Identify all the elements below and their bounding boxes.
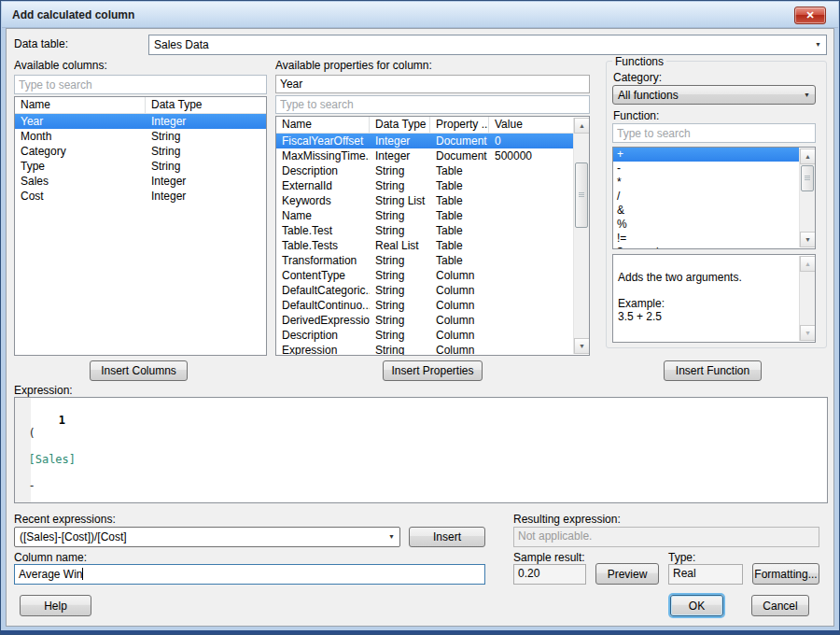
text-caret xyxy=(82,568,83,580)
function-list-scrollbar[interactable]: ▲ ▼ xyxy=(799,148,815,247)
properties-header-type[interactable]: Data Type xyxy=(370,117,430,133)
function-item[interactable]: $csearch xyxy=(613,246,799,248)
chevron-down-icon: ▼ xyxy=(804,91,810,97)
expression-code-line[interactable]: 1 ( [Sales] - [Cost] ) / [Cost] xyxy=(15,401,825,503)
property-row[interactable]: DefaultContinuo... String Column xyxy=(276,298,573,313)
help-button[interactable]: Help xyxy=(20,595,91,616)
property-row[interactable]: Description String Column xyxy=(276,328,573,343)
property-row[interactable]: Table.Tests Real List Table xyxy=(276,238,573,253)
column-row[interactable]: Month String xyxy=(15,129,266,144)
properties-scrollbar[interactable]: ▲ ▼ xyxy=(573,118,589,354)
expression-token: ( xyxy=(28,427,35,440)
close-button[interactable]: ✕ xyxy=(794,7,826,24)
preview-button[interactable]: Preview xyxy=(595,563,659,585)
columns-header-name[interactable]: Name xyxy=(15,97,146,113)
property-row[interactable]: FiscalYearOffset Integer Document 0 xyxy=(276,134,573,148)
scroll-down-icon[interactable]: ▼ xyxy=(574,338,590,354)
recent-expression-value: ([Sales]-[Cost])/[Cost] xyxy=(20,530,127,543)
column-name-label: Column name: xyxy=(14,551,87,564)
available-columns-label: Available columns: xyxy=(14,59,107,72)
insert-function-button[interactable]: Insert Function xyxy=(664,360,762,381)
column-row[interactable]: Category String xyxy=(15,144,266,159)
column-row[interactable]: Year Integer xyxy=(15,114,266,129)
property-row[interactable]: MaxMissingTime... Integer Document 50000… xyxy=(276,148,573,163)
column-name-input[interactable]: Average Win xyxy=(14,564,485,585)
functions-group-label: Functions xyxy=(612,55,666,68)
columns-list-header[interactable]: Name Data Type xyxy=(15,97,266,114)
properties-table-header[interactable]: Name Data Type Property ... Value xyxy=(276,117,573,134)
scroll-down-icon[interactable]: ▼ xyxy=(800,232,816,247)
function-description: Adds the two arguments. Example: 3.5 + 2… xyxy=(612,254,816,343)
available-properties-label: Available properties for column: xyxy=(275,59,432,72)
expression-label: Expression: xyxy=(14,384,73,397)
ok-button[interactable]: OK xyxy=(670,595,723,616)
function-item[interactable]: - xyxy=(613,162,799,176)
line-number: 1 xyxy=(55,414,68,427)
window-frame-bottom xyxy=(1,630,839,634)
function-list[interactable]: + - * / & % != $csearch ▲ ▼ xyxy=(612,147,816,249)
property-row[interactable]: DerivedExpression String Column xyxy=(276,313,573,328)
close-icon: ✕ xyxy=(805,9,814,21)
function-search-input[interactable] xyxy=(612,123,816,143)
scroll-up-icon[interactable]: ▲ xyxy=(800,148,816,164)
property-row[interactable]: DefaultCategoric... String Column xyxy=(276,283,573,298)
add-calculated-column-dialog: Add calculated column ✕ Data table: Sale… xyxy=(0,0,840,635)
properties-header-value[interactable]: Value xyxy=(489,117,573,133)
property-row[interactable]: Description String Table xyxy=(276,163,573,178)
property-row[interactable]: Name String Table xyxy=(276,208,573,223)
type-label: Type: xyxy=(668,551,695,564)
sample-result-label: Sample result: xyxy=(513,551,585,564)
window-title: Add calculated column xyxy=(12,8,134,21)
category-combobox[interactable]: All functions ▼ xyxy=(612,85,816,105)
data-table-combobox[interactable]: Sales Data ▼ xyxy=(148,35,827,55)
function-item[interactable]: % xyxy=(613,218,799,232)
properties-search-input[interactable] xyxy=(275,95,590,114)
properties-header-name[interactable]: Name xyxy=(276,117,370,133)
insert-columns-button[interactable]: Insert Columns xyxy=(90,360,188,381)
formatting-button[interactable]: Formatting... xyxy=(752,563,819,585)
cancel-button[interactable]: Cancel xyxy=(751,595,809,616)
scroll-up-icon[interactable]: ▲ xyxy=(574,118,590,134)
data-table-value: Sales Data xyxy=(154,38,209,51)
function-item[interactable]: + xyxy=(613,148,799,162)
scroll-down-icon[interactable]: ▼ xyxy=(800,325,816,341)
columns-list[interactable]: Name Data Type Year Integer Month String… xyxy=(14,96,267,356)
function-label: Function: xyxy=(613,109,659,122)
columns-header-type[interactable]: Data Type xyxy=(146,97,266,113)
property-row[interactable]: ExternalId String Table xyxy=(276,178,573,193)
columns-search-input[interactable] xyxy=(14,75,267,94)
category-value: All functions xyxy=(618,89,679,102)
data-table-label: Data table: xyxy=(14,37,68,50)
expression-editor[interactable]: 1 ( [Sales] - [Cost] ) / [Cost] xyxy=(14,397,828,503)
property-row[interactable]: Table.Test String Table xyxy=(276,223,573,238)
property-row[interactable]: ContentType String Column xyxy=(276,268,573,283)
title-bar[interactable]: Add calculated column ✕ xyxy=(2,2,838,28)
expression-token: [Sales] xyxy=(28,453,76,466)
recent-expressions-combobox[interactable]: ([Sales]-[Cost])/[Cost] ▼ xyxy=(14,527,400,547)
recent-expressions-label: Recent expressions: xyxy=(14,513,116,526)
description-scrollbar[interactable]: ▲ ▼ xyxy=(799,256,815,341)
column-row[interactable]: Cost Integer xyxy=(15,189,266,204)
function-item[interactable]: * xyxy=(613,176,799,190)
scroll-up-icon[interactable]: ▲ xyxy=(800,256,816,272)
property-row[interactable]: Expression String Column xyxy=(276,343,573,355)
chevron-down-icon: ▼ xyxy=(388,533,395,540)
expression-token: - xyxy=(28,479,35,492)
property-row[interactable]: Keywords String List Table xyxy=(276,193,573,208)
properties-header-category[interactable]: Property ... xyxy=(430,117,489,133)
column-row[interactable]: Sales Integer xyxy=(15,174,266,189)
function-item[interactable]: & xyxy=(613,204,799,218)
properties-scrollbar-thumb[interactable] xyxy=(575,162,588,228)
function-item[interactable]: != xyxy=(613,232,799,246)
resulting-expression-box: Not applicable. xyxy=(513,527,819,547)
insert-expression-button[interactable]: Insert xyxy=(409,527,485,547)
property-row[interactable]: Transformation String Table xyxy=(276,253,573,268)
function-scrollbar-thumb[interactable] xyxy=(801,165,814,191)
properties-column-box: Year xyxy=(275,75,590,93)
properties-table[interactable]: Name Data Type Property ... Value Fiscal… xyxy=(275,116,590,356)
insert-properties-button[interactable]: Insert Properties xyxy=(383,360,483,381)
column-row[interactable]: Type String xyxy=(15,159,266,174)
chevron-down-icon: ▼ xyxy=(815,41,821,48)
function-item[interactable]: / xyxy=(613,190,799,204)
category-label: Category: xyxy=(613,71,662,84)
